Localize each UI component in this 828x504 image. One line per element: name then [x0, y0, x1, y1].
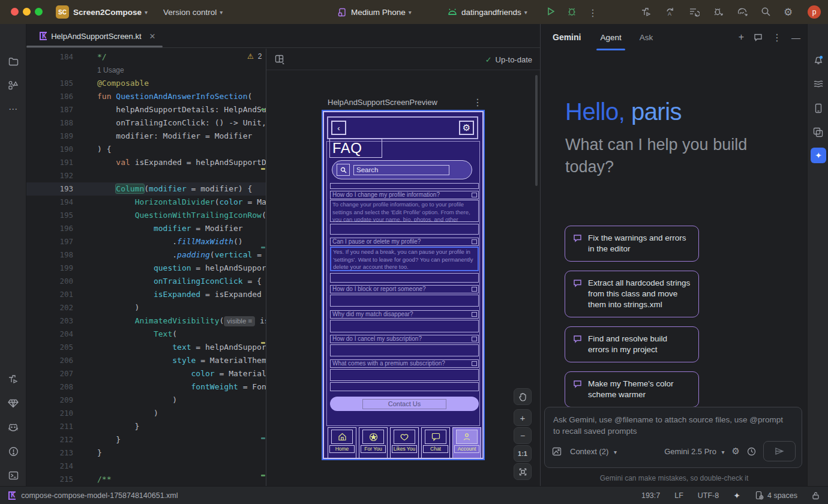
code-line[interactable]: 199 question = helpAndSupportDetails [26, 262, 266, 275]
debug-button[interactable] [567, 7, 577, 16]
code-line[interactable]: 190) { [26, 143, 266, 156]
code-line[interactable]: 204 Text( [26, 328, 266, 341]
phone-preview[interactable]: ‹ ⚙ FAQ Search How do I change my profil… [323, 111, 484, 459]
expand-icon[interactable] [472, 361, 477, 366]
preview-options-icon[interactable]: ⋮ [473, 97, 482, 108]
profiler-icon[interactable] [689, 7, 700, 17]
search-bar[interactable]: Search [332, 160, 472, 179]
expand-icon[interactable] [472, 239, 477, 244]
code-line[interactable]: 202 ) [26, 301, 266, 314]
gemini-input-box[interactable]: Ask Gemini, use @filename to attach sour… [544, 407, 802, 468]
suggestion-chip[interactable]: Fix the warnings and errors in the edito… [565, 226, 699, 262]
zoom-to-fit-button[interactable] [514, 463, 532, 480]
notifications-bell-icon[interactable] [808, 52, 828, 68]
pan-tool-button[interactable] [514, 388, 532, 405]
code-line[interactable]: 196 modifier = Modifier [26, 222, 266, 235]
faq-question[interactable]: How do I cancel my subscription? [330, 335, 479, 343]
faq-question[interactable]: Can I pause or delete my profile? [330, 238, 479, 246]
settings-icon[interactable]: ⚙ [784, 6, 793, 19]
close-tab-icon[interactable]: ✕ [149, 32, 156, 41]
code-line[interactable]: 184*/ [26, 50, 266, 64]
apply-changes-icon[interactable]: A [665, 7, 676, 17]
code-line[interactable]: 212 } [26, 433, 266, 446]
file-encoding[interactable]: UTF-8 [698, 491, 719, 500]
zoom-reset-button[interactable]: 1:1 [514, 445, 532, 462]
device-selector[interactable]: Medium Phone▾ [338, 0, 412, 24]
run-configuration-selector[interactable]: datingandfriends▾ [448, 0, 527, 24]
code-line[interactable]: 210 ) [26, 407, 266, 420]
suggestion-chip[interactable]: Extract all hardcoded strings from this … [565, 271, 699, 317]
search-everywhere-icon[interactable] [761, 7, 771, 17]
code-line[interactable]: 200 onTrailingIconClick = { onTrailingIc… [26, 275, 266, 288]
expand-icon[interactable] [472, 193, 477, 197]
build-tool-icon[interactable] [0, 371, 26, 388]
project-selector[interactable]: Screen2Compose▾ [73, 0, 148, 24]
zoom-out-button[interactable]: − [514, 427, 532, 444]
new-chat-icon[interactable]: + [739, 32, 744, 43]
code-line[interactable]: 1 Usage [26, 64, 266, 77]
preview-layout-mode-icon[interactable] [275, 55, 285, 64]
code-line[interactable]: 192 [26, 169, 266, 182]
code-line[interactable]: 215/** [26, 473, 266, 486]
expand-icon[interactable] [472, 337, 477, 341]
code-line[interactable]: 195 QuestionWithTrailingIconRow( [26, 209, 266, 222]
inspection-widget[interactable]: ⚠ 2 ⌃ ⌄ [247, 52, 266, 61]
logcat-icon[interactable] [0, 419, 26, 436]
tab-ask[interactable]: Ask [640, 24, 653, 50]
panel-options-icon[interactable]: ⋮ [772, 32, 782, 43]
editor-horizontal-scrollbar[interactable] [26, 46, 163, 47]
gradle-sync-icon[interactable] [737, 7, 748, 17]
code-line[interactable]: 189 modifier: Modifier = Modifier [26, 130, 266, 143]
code-editor[interactable]: 184*/1 Usage185@Composable186fun Questio… [26, 49, 266, 486]
code-line[interactable]: 214 [26, 460, 266, 473]
close-window-button[interactable] [11, 8, 19, 16]
model-selector[interactable]: Gemini 2.5 Pro ▾ [664, 447, 724, 456]
preview-name-label[interactable]: HelpAndSupportScreenPreview [328, 98, 437, 107]
zoom-in-button[interactable]: + [514, 409, 532, 426]
code-line[interactable]: 191 val isExpanded = helpAndSupportDetai… [26, 156, 266, 169]
prompt-history-icon[interactable] [747, 447, 756, 456]
hide-panel-icon[interactable]: — [791, 32, 800, 43]
resource-manager-icon[interactable] [0, 77, 26, 94]
device-manager-icon[interactable] [808, 100, 828, 116]
indent-config[interactable]: 4 spaces [755, 491, 797, 500]
gemini-status-icon[interactable]: ✦ [733, 491, 740, 500]
code-line[interactable]: 194 HorizontalDivider(color = MaterialTh… [26, 196, 266, 209]
code-line[interactable]: 208 fontWeight = FontWeight [26, 380, 266, 394]
gemini-settings-icon[interactable]: ⚙ [732, 446, 740, 457]
code-line[interactable]: 205 text = helpAndSupportDetails [26, 341, 266, 354]
send-button[interactable] [763, 441, 796, 461]
code-line[interactable]: 186fun QuestionAndAnswerInfoSection( [26, 90, 266, 103]
expand-icon[interactable] [472, 312, 477, 317]
code-line[interactable]: 197 .fillMaxWidth() [26, 235, 266, 248]
suggestion-chip[interactable]: Make my Theme's color scheme warmer [565, 371, 699, 407]
more-run-actions-icon[interactable]: ⋮ [588, 7, 598, 19]
code-line[interactable]: 185@Composable [26, 77, 266, 90]
nav-item-chat[interactable]: Chat [421, 427, 450, 458]
nav-item-account[interactable]: Account [452, 427, 481, 458]
code-line[interactable]: 203 AnimatedVisibility(visible = isExpan… [26, 314, 266, 328]
gemini-tool-icon[interactable]: ✦ [811, 148, 826, 163]
app-quality-insights-icon[interactable] [0, 395, 26, 412]
problems-tool-icon[interactable] [0, 443, 26, 460]
faq-question[interactable]: How do I block or report someone? [330, 285, 479, 293]
user-avatar[interactable]: p [808, 5, 821, 19]
faq-question[interactable]: How do I change my profile information? [330, 191, 479, 199]
vcs-menu[interactable]: Version control▾ [163, 0, 223, 24]
code-line[interactable]: 211 } [26, 420, 266, 433]
faq-question[interactable]: Why did my match disappear? [330, 310, 479, 319]
project-tool-icon[interactable] [0, 53, 26, 70]
context-selector[interactable]: Context (2) ▾ [570, 447, 617, 456]
expand-icon[interactable] [472, 287, 477, 292]
chat-history-icon[interactable] [754, 33, 763, 41]
build-status[interactable]: ✓ Up-to-date [485, 49, 532, 70]
minimize-window-button[interactable] [23, 8, 31, 16]
build-run-icon[interactable] [641, 7, 652, 17]
maximize-window-button[interactable] [35, 8, 43, 16]
terminal-tool-icon[interactable] [0, 467, 26, 484]
running-devices-icon[interactable] [808, 76, 828, 92]
layout-inspector-icon[interactable] [808, 124, 828, 140]
attach-image-icon[interactable] [552, 447, 562, 456]
status-file-name[interactable]: compose-compose-model-1758748140651.xml [21, 491, 178, 500]
code-line[interactable]: 207 color = MaterialTheme. [26, 367, 266, 380]
